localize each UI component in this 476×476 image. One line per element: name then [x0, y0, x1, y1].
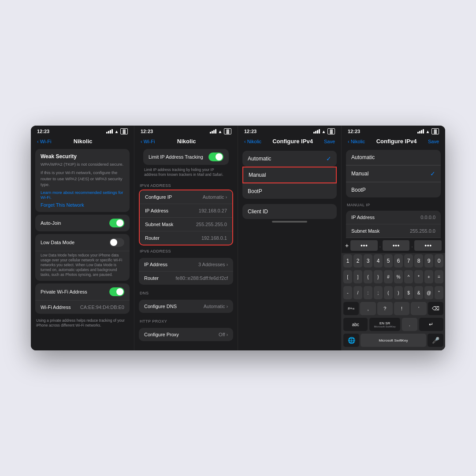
key-dollar[interactable]: $ — [404, 286, 413, 299]
manual-option[interactable]: Manual — [243, 167, 336, 182]
key-ensr[interactable]: EN SR Microsoft SwiftKey — [369, 318, 400, 331]
configure-proxy-row[interactable]: Configure Proxy Off › — [139, 328, 233, 341]
save-button-4[interactable]: Save — [428, 139, 439, 144]
client-id-label: Client ID — [248, 208, 268, 215]
dot-field-2[interactable]: ●●● — [383, 240, 410, 251]
learn-more-link[interactable]: Learn more about recommended settings fo… — [41, 190, 124, 200]
status-bar-2: 12:23 ▲ ▓ — [134, 126, 238, 136]
low-data-desc: Low Data Mode helps reduce your iPhone d… — [35, 251, 130, 281]
screen1: 12:23 ▲ ▓ ‹ Wi-Fi Nikolic — [31, 126, 134, 350]
key-slash[interactable]: / — [353, 286, 362, 299]
key-bracket-close[interactable]: ] — [353, 270, 362, 283]
back-button-4[interactable]: ‹ Nikolic — [348, 139, 365, 144]
battery-icon-4: ▓ — [431, 128, 439, 134]
key-mic[interactable]: 🎤 — [428, 334, 443, 347]
low-data-label: Low Data Mode — [41, 240, 74, 245]
configure-proxy-value: Off › — [219, 332, 228, 337]
dot-field-1[interactable]: ●●● — [350, 240, 378, 251]
low-data-toggle[interactable] — [109, 238, 124, 247]
key-hash[interactable]: # — [384, 270, 393, 283]
manual-label: Manual — [249, 172, 266, 178]
back-button-1[interactable]: ‹ Wi-Fi — [37, 139, 51, 144]
configure-ip-row[interactable]: Configure IP Automatic › — [140, 190, 232, 204]
plus-sign[interactable]: + — [345, 242, 349, 249]
private-address-row: Private Wi-Fi Address — [35, 283, 130, 301]
key-9[interactable]: 9 — [424, 254, 433, 268]
key-paren-open[interactable]: ( — [384, 286, 393, 299]
key-delete[interactable]: ⌫ — [428, 302, 443, 315]
keyboard-dots-row: + ●●● . ●●● . ●●● — [342, 238, 445, 253]
s4-automatic-row[interactable]: Automatic — [346, 150, 441, 165]
key-minus[interactable]: - — [343, 286, 352, 299]
nav-title-1: Nikolic — [74, 138, 93, 145]
key-period-bottom[interactable]: . — [402, 318, 417, 331]
client-id-row[interactable]: Client ID — [242, 204, 337, 219]
key-asterisk[interactable]: * — [414, 270, 423, 283]
chevron-left-icon-1: ‹ — [37, 139, 39, 144]
key-4[interactable]: 4 — [374, 254, 383, 268]
forget-network-button[interactable]: Forget This Network — [41, 202, 124, 208]
key-plus[interactable]: + — [424, 270, 433, 283]
key-brace-close[interactable]: } — [374, 270, 383, 283]
dot-sep-2: . — [411, 243, 413, 248]
router6-label: Router — [144, 275, 159, 281]
save-button-3[interactable]: Save — [324, 139, 335, 144]
wifi-icon-3: ▲ — [322, 129, 326, 134]
key-equals[interactable]: = — [435, 270, 443, 283]
key-quote[interactable]: " — [435, 286, 443, 299]
key-5[interactable]: 5 — [384, 254, 393, 268]
key-comma[interactable]: , — [360, 302, 376, 315]
key-paren-close[interactable]: ) — [394, 286, 403, 299]
s4-manual-row[interactable]: Manual ✓ — [346, 165, 441, 182]
auto-join-toggle[interactable] — [109, 219, 124, 227]
key-8[interactable]: 8 — [414, 254, 423, 268]
status-icons-1: ▲ ▓ — [106, 128, 128, 134]
weak-security-desc2: If this is your Wi-Fi network, configure… — [41, 170, 124, 187]
key-2[interactable]: 2 — [353, 254, 362, 268]
key-globe[interactable]: 🌐 — [343, 334, 359, 347]
key-apostrophe[interactable]: ' — [411, 302, 426, 315]
key-return[interactable]: ↵ — [419, 318, 443, 331]
back-button-3[interactable]: ‹ Nikolic — [244, 139, 261, 144]
key-percent[interactable]: % — [394, 270, 403, 283]
key-7[interactable]: 7 — [404, 254, 413, 268]
private-address-toggle[interactable] — [109, 287, 124, 296]
low-data-row: Low Data Mode — [35, 234, 130, 251]
s4-bootp-row[interactable]: BootP — [346, 182, 441, 197]
key-1[interactable]: 1 — [343, 254, 352, 268]
ipv4-card: Configure IP Automatic › IP Address 192.… — [139, 190, 233, 245]
key-6[interactable]: 6 — [394, 254, 403, 268]
configure-dns-label: Configure DNS — [144, 304, 177, 309]
manual-option-highlighted[interactable]: Manual — [242, 167, 337, 183]
key-semicolon[interactable]: ; — [374, 286, 383, 299]
bootp-row[interactable]: BootP — [242, 184, 337, 199]
key-space[interactable]: Microsoft SwiftKey — [361, 334, 426, 347]
configure-dns-row[interactable]: Configure DNS Automatic › — [139, 300, 233, 313]
key-question[interactable]: ? — [377, 302, 393, 315]
s4-automatic-label: Automatic — [351, 154, 375, 160]
back-button-2[interactable]: ‹ Wi-Fi — [141, 139, 155, 144]
router6-value: fe80::e288:5dff:fe6d:f2cf — [176, 275, 228, 281]
dot-field-3[interactable]: ●●● — [414, 240, 442, 251]
key-bracket-open[interactable]: [ — [343, 270, 352, 283]
limit-tracking-toggle[interactable] — [208, 152, 223, 161]
bootp-option[interactable]: BootP — [242, 183, 337, 199]
key-toggle[interactable]: #+= — [343, 302, 359, 315]
auto-join-label: Auto-Join — [41, 220, 61, 226]
nav-title-3: Configure IPv4 — [272, 138, 313, 145]
low-data-card: Low Data Mode Low Data Mode helps reduce… — [35, 234, 130, 281]
key-0[interactable]: 0 — [435, 254, 443, 268]
status-bar-3: 12:23 ▲ ▓ — [238, 126, 341, 136]
screen2-content: Limit IP Address Tracking Limit IP addre… — [134, 147, 238, 349]
key-ampersand[interactable]: & — [414, 286, 423, 299]
key-caret[interactable]: ^ — [404, 270, 413, 283]
key-colon[interactable]: : — [364, 286, 372, 299]
key-brace-open[interactable]: { — [364, 270, 372, 283]
automatic-option[interactable]: Automatic ✓ — [242, 151, 337, 167]
key-3[interactable]: 3 — [364, 254, 372, 268]
key-exclaim[interactable]: ! — [394, 302, 409, 315]
key-at[interactable]: @ — [424, 286, 433, 299]
key-abc[interactable]: abc — [343, 318, 368, 331]
wifi-icon-1: ▲ — [115, 129, 119, 134]
private-address-label: Private Wi-Fi Address — [41, 289, 87, 294]
